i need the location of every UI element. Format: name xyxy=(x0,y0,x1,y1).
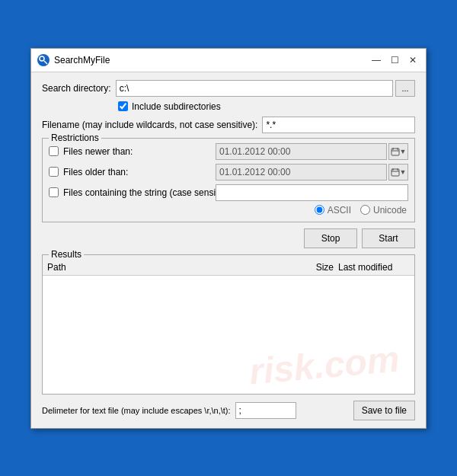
main-window: SearchMyFile — ☐ ✕ Search directory: ...… xyxy=(30,48,427,429)
ascii-radio-label: ASCII xyxy=(315,205,351,216)
files-containing-input[interactable] xyxy=(216,184,408,201)
files-newer-date-input[interactable] xyxy=(216,143,387,160)
bottom-row: Delimeter for text file (may include esc… xyxy=(42,401,415,420)
maximize-button[interactable]: ☐ xyxy=(388,53,401,67)
filename-row: Filename (may include wildcards, not cas… xyxy=(42,117,415,133)
results-body: risk.com xyxy=(43,276,414,394)
files-containing-label: Files containing the string (case sensit… xyxy=(63,187,216,198)
col-path-header: Path xyxy=(47,262,288,273)
window-content: Search directory: ... Include subdirecto… xyxy=(31,72,426,428)
app-icon xyxy=(37,54,50,66)
results-legend: Results xyxy=(49,249,84,260)
minimize-button[interactable]: — xyxy=(369,53,383,67)
delimiter-label: Delimeter for text file (may include esc… xyxy=(42,406,231,415)
files-older-checkbox[interactable] xyxy=(49,167,59,177)
delimiter-input[interactable] xyxy=(235,402,296,419)
files-newer-label: Files newer than: xyxy=(63,146,216,157)
window-title: SearchMyFile xyxy=(54,55,369,65)
results-header: Path Size Last modified xyxy=(43,260,414,276)
close-button[interactable]: ✕ xyxy=(406,53,420,67)
files-newer-checkbox[interactable] xyxy=(49,146,59,156)
window-controls: — ☐ ✕ xyxy=(369,53,420,67)
search-directory-input[interactable] xyxy=(116,80,393,97)
files-containing-row: Files containing the string (case sensit… xyxy=(49,184,408,201)
include-subdirectories-checkbox[interactable] xyxy=(118,101,128,111)
filename-input[interactable] xyxy=(262,117,415,133)
save-to-file-button[interactable]: Save to file xyxy=(353,401,415,420)
files-older-label: Files older than: xyxy=(63,167,216,177)
files-newer-calendar-button[interactable]: ▼ xyxy=(388,143,408,160)
encoding-radio-row: ASCII Unicode xyxy=(49,205,408,216)
action-buttons-row: Stop Start xyxy=(42,228,415,248)
restrictions-legend: Restrictions xyxy=(49,133,101,143)
files-older-calendar-button[interactable]: ▼ xyxy=(388,164,408,180)
include-subdirectories-label: Include subdirectories xyxy=(132,101,221,112)
ascii-radio[interactable] xyxy=(315,205,324,215)
files-containing-checkbox[interactable] xyxy=(49,187,59,197)
title-bar: SearchMyFile — ☐ ✕ xyxy=(31,49,426,72)
restrictions-group: Restrictions Files newer than: ▼ xyxy=(42,138,415,222)
col-last-modified-header: Last modified xyxy=(334,262,410,273)
filename-label: Filename (may include wildcards, not cas… xyxy=(42,120,257,130)
watermark: risk.com xyxy=(248,337,401,392)
search-directory-row: Search directory: ... xyxy=(42,80,415,97)
col-size-header: Size xyxy=(288,262,334,273)
include-subdirectories-row: Include subdirectories xyxy=(42,101,415,112)
browse-button[interactable]: ... xyxy=(395,80,415,97)
files-older-date-input[interactable] xyxy=(216,164,387,180)
start-button[interactable]: Start xyxy=(362,228,415,248)
files-newer-row: Files newer than: ▼ xyxy=(49,143,408,160)
unicode-radio[interactable] xyxy=(360,205,370,215)
stop-button[interactable]: Stop xyxy=(304,228,357,248)
files-older-row: Files older than: ▼ xyxy=(49,164,408,180)
results-group: Results Path Size Last modified risk.com xyxy=(42,254,415,395)
unicode-radio-label: Unicode xyxy=(360,205,407,216)
search-directory-label: Search directory: xyxy=(42,83,111,94)
